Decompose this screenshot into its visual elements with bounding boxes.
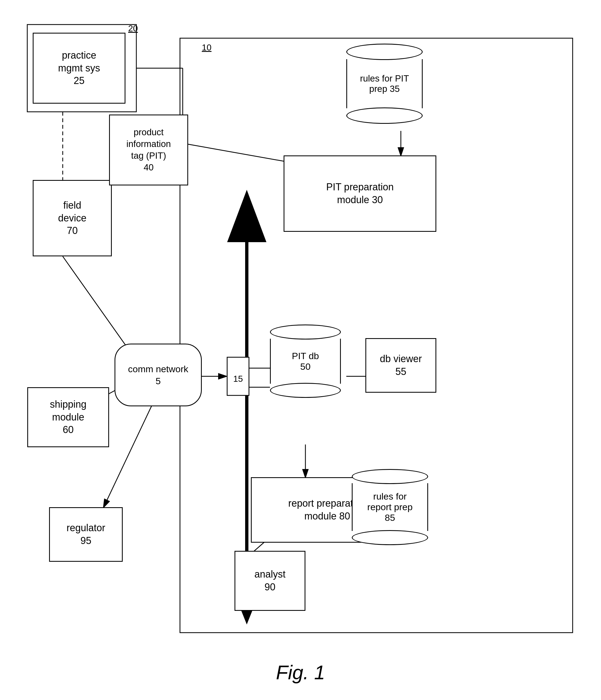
svg-marker-18 — [241, 611, 252, 624]
figure-label: Fig. 1 — [276, 661, 325, 684]
shipping-module-label: shipping module 60 — [50, 398, 86, 436]
rules-pit-cylinder: rules for PIT prep 35 — [338, 44, 431, 125]
shipping-module-box: shipping module 60 — [27, 387, 109, 447]
db-viewer-box: db viewer 55 — [366, 338, 436, 393]
svg-text:10: 10 — [202, 43, 211, 52]
pit-db-label: PIT db 50 — [292, 351, 319, 372]
field-device-box: field device 70 — [33, 180, 112, 256]
field-device-label: field device 70 — [58, 199, 86, 237]
svg-text:15: 15 — [233, 374, 243, 384]
practice-mgmt-box: practice mgmt sys 25 — [33, 33, 125, 104]
pit-db-cylinder: PIT db 50 — [262, 325, 349, 401]
comm-network-box: comm network 5 — [115, 344, 202, 406]
analyst-box: analyst 90 — [234, 551, 305, 611]
regulator-box: regulator 95 — [49, 507, 123, 562]
diagram: 20 10 15 — [11, 11, 590, 665]
analyst-label: analyst 90 — [254, 568, 285, 594]
rules-pit-label: rules for PIT prep 35 — [360, 73, 409, 94]
regulator-label: regulator 95 — [67, 522, 105, 547]
svg-text:20: 20 — [128, 23, 138, 33]
svg-line-14 — [175, 142, 297, 164]
db-viewer-label: db viewer 55 — [380, 353, 422, 378]
pit-prep-label: PIT preparation module 30 — [326, 181, 394, 206]
pit-label: product information tag (PIT) 40 — [126, 127, 171, 173]
rules-report-label: rules for report prep 85 — [367, 491, 412, 523]
pit-box: product information tag (PIT) 40 — [109, 115, 188, 185]
svg-rect-19 — [227, 357, 249, 395]
pit-prep-module-box: PIT preparation module 30 — [283, 155, 436, 232]
practice-mgmt-label: practice mgmt sys 25 — [58, 49, 100, 87]
comm-network-label: comm network 5 — [128, 363, 188, 387]
svg-line-10 — [104, 404, 153, 507]
rules-report-cylinder: rules for report prep 85 — [344, 469, 436, 551]
